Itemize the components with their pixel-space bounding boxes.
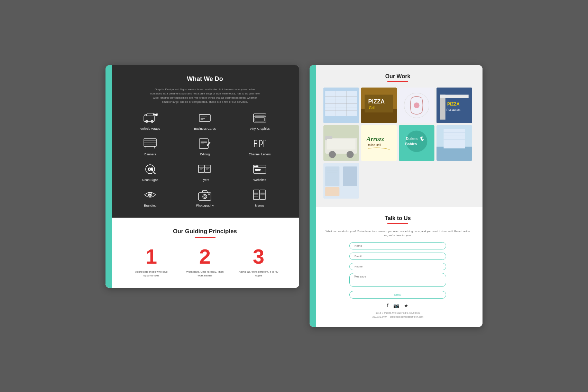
address: 1016 S Pacific Ave San Pedro, CA 90731 [323, 311, 472, 315]
svg-rect-96 [343, 166, 357, 186]
what-we-do-description: Graphic Design and Signs are our bread a… [150, 88, 260, 104]
talk-to-us-section: Talk to Us What can we do for you? You'r… [310, 207, 483, 327]
web-icon: www [251, 162, 268, 176]
edit-icon [196, 137, 213, 151]
email-field-wrapper [349, 252, 446, 260]
svg-rect-81 [361, 125, 397, 161]
svg-rect-90 [444, 129, 465, 148]
svg-point-42 [204, 195, 206, 198]
principle-1-text: Appreciate those who give opportunities [131, 270, 172, 277]
vinyl-icon [251, 111, 268, 125]
service-banners: Banners [125, 137, 176, 156]
talk-to-us-description: What can we do for you? You're here for … [323, 229, 472, 238]
svg-text:Dulces: Dulces [406, 137, 418, 141]
social-icons-row: f 📷 ★ [323, 303, 472, 308]
work-item-3 [399, 88, 434, 123]
svg-text:Babies: Babies [405, 142, 417, 146]
svg-point-36 [256, 166, 257, 167]
cards-icon [196, 111, 213, 125]
name-input[interactable] [349, 242, 446, 249]
message-field-wrapper [349, 273, 446, 288]
work-grid: PIZZA Grill [323, 88, 472, 199]
photography-label: Photography [196, 204, 214, 207]
svg-rect-43 [208, 194, 210, 195]
banners-icon [141, 137, 159, 151]
what-we-do-section: What We Do Graphic Design and Signs are … [105, 65, 299, 218]
neon-signs-label: Neon Signs [142, 178, 158, 182]
menus-label: Menus [255, 204, 264, 207]
svg-rect-97 [325, 187, 339, 196]
title-underline [195, 237, 215, 238]
svg-text:Arrozz: Arrozz [366, 135, 384, 143]
editing-label: Editing [200, 153, 210, 156]
svg-rect-72 [440, 94, 468, 98]
svg-text:logo: logo [154, 113, 158, 116]
message-input[interactable] [349, 273, 446, 287]
flyers-label: Flyers [201, 178, 209, 182]
svg-point-78 [329, 151, 336, 158]
neon-icon: ON [141, 162, 159, 176]
channel-letters-label: Channel Letters [249, 153, 271, 156]
facebook-icon[interactable]: f [387, 303, 388, 308]
name-field-wrapper [349, 242, 446, 249]
yelp-icon[interactable]: ★ [404, 303, 408, 308]
phone-field-wrapper [349, 263, 446, 270]
business-cards-label: Business Cards [194, 127, 216, 130]
instagram-icon[interactable]: 📷 [393, 303, 399, 308]
principle-2-text: Work hard. Until its easy. Then work har… [184, 270, 226, 277]
flyers-icon [196, 162, 213, 176]
service-vehicle-wraps: logo Vehicle Wraps [125, 111, 176, 130]
left-panel: What We Do Graphic Design and Signs are … [105, 65, 299, 288]
email-input[interactable] [349, 253, 446, 260]
banners-label: Banners [144, 153, 156, 156]
talk-underline [387, 223, 408, 224]
camera-icon [196, 188, 213, 202]
svg-text:PIZZA: PIZZA [447, 101, 460, 106]
eye-icon [141, 188, 159, 202]
work-item-7: Dulces Babies [399, 125, 434, 161]
svg-rect-11 [144, 139, 156, 146]
footer-contact: 1016 S Pacific Ave San Pedro, CA 90731 3… [323, 311, 472, 319]
service-menus: Menus [234, 188, 285, 207]
principle-3-number: 3 [253, 246, 264, 267]
vehicle-wraps-label: Vehicle Wraps [140, 127, 160, 130]
what-we-do-title: What We Do [125, 75, 285, 83]
svg-text:PIZZA: PIZZA [368, 98, 385, 104]
svg-point-69 [414, 102, 419, 108]
svg-rect-10 [255, 118, 265, 121]
work-item-5 [323, 125, 359, 161]
guiding-principles-section: Our Guiding Principles 1 Appreciate thos… [105, 218, 299, 288]
phone-email: 310.831.5407 clientes@alphadesigntech.co… [323, 315, 472, 319]
svg-rect-5 [199, 115, 210, 121]
svg-text:Italian Deli: Italian Deli [368, 144, 381, 147]
work-item-9 [323, 163, 359, 199]
principle-2: 2 Work hard. Until its easy. Then work h… [184, 246, 226, 277]
vinyl-graphics-label: Vinyl Graphics [250, 127, 270, 130]
svg-point-35 [254, 166, 255, 167]
svg-text:www: www [255, 168, 261, 171]
menu-icon [251, 188, 268, 202]
service-photography: Photography [179, 188, 230, 207]
phone-input[interactable] [349, 263, 446, 270]
websites-label: Websites [253, 178, 266, 182]
send-button[interactable]: Send [349, 291, 446, 299]
panels-container: What We Do Graphic Design and Signs are … [105, 65, 483, 327]
service-editing: Editing [179, 137, 230, 156]
principle-3-text: Above all, think different. à la '97 App… [238, 270, 279, 277]
service-neon-signs: ON Neon Signs [125, 162, 176, 182]
guiding-principles-title: Our Guiding Principles [125, 228, 285, 235]
branding-label: Branding [144, 204, 156, 207]
service-flyers: Flyers [179, 162, 230, 182]
svg-point-37 [257, 166, 258, 167]
svg-rect-71 [440, 94, 445, 119]
our-work-section: Our Work [310, 65, 483, 207]
svg-text:Grill: Grill [369, 106, 375, 110]
work-item-6: Arrozz Italian Deli [361, 125, 397, 161]
service-vinyl-graphics: Vinyl Graphics [234, 111, 285, 130]
svg-point-39 [149, 194, 151, 195]
work-item-2: PIZZA Grill [361, 88, 397, 123]
svg-point-85 [406, 130, 428, 152]
svg-rect-95 [325, 166, 339, 186]
work-item-8 [437, 125, 472, 161]
principle-3: 3 Above all, think different. à la '97 A… [238, 246, 279, 277]
